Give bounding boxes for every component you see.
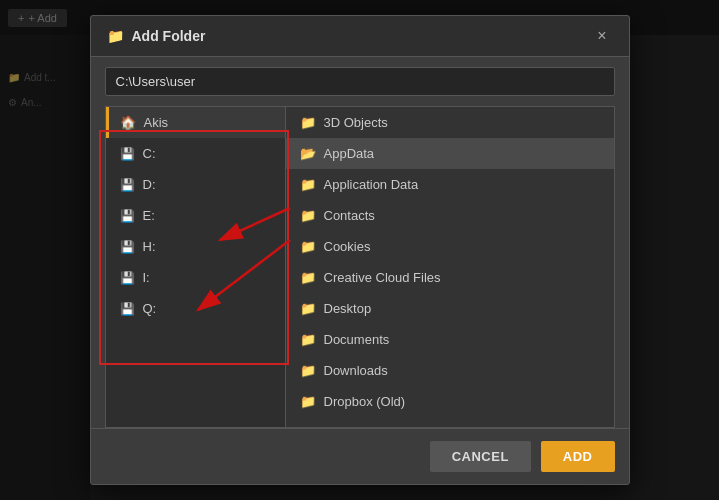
right-item-contacts[interactable]: 📁 Contacts — [286, 200, 614, 231]
left-panel: 🏠 Akis 💾 C: 💾 D: 💾 E: 💾 H: — [106, 107, 286, 427]
right-item-creativecloud-label: Creative Cloud Files — [324, 270, 441, 285]
right-item-appdata[interactable]: 📂 AppData — [286, 138, 614, 169]
folder-icon-applicationdata: 📁 — [300, 177, 316, 192]
right-item-dropbox[interactable]: 📁 Dropbox (Old) — [286, 386, 614, 417]
right-item-downloads-label: Downloads — [324, 363, 388, 378]
drive-icon-i: 💾 — [120, 271, 135, 285]
drive-icon-e: 💾 — [120, 209, 135, 223]
left-item-e[interactable]: 💾 E: — [106, 200, 285, 231]
folder-icon-desktop: 📁 — [300, 301, 316, 316]
modal-title: Add Folder — [132, 28, 206, 44]
drive-icon-h: 💾 — [120, 240, 135, 254]
left-item-d[interactable]: 💾 D: — [106, 169, 285, 200]
drive-icon-d: 💾 — [120, 178, 135, 192]
modal-path-bar — [91, 57, 629, 106]
drive-icon-q: 💾 — [120, 302, 135, 316]
right-item-documents-label: Documents — [324, 332, 390, 347]
right-item-contacts-label: Contacts — [324, 208, 375, 223]
right-item-3dobjects-label: 3D Objects — [324, 115, 388, 130]
folder-icon-3dobjects: 📁 — [300, 115, 316, 130]
right-item-desktop[interactable]: 📁 Desktop — [286, 293, 614, 324]
cancel-button[interactable]: CANCEL — [430, 441, 531, 472]
right-item-dropbox-label: Dropbox (Old) — [324, 394, 406, 409]
folder-icon-downloads: 📁 — [300, 363, 316, 378]
left-item-d-label: D: — [143, 177, 156, 192]
right-panel: 📁 3D Objects 📂 AppData 📁 Application Dat… — [286, 107, 614, 427]
modal-overlay: 📁 Add Folder × 🏠 Akis 💾 C: — [0, 0, 719, 500]
right-item-appdata-label: AppData — [324, 146, 375, 161]
right-item-applicationdata-label: Application Data — [324, 177, 419, 192]
left-item-q-label: Q: — [143, 301, 157, 316]
right-item-cookies[interactable]: 📁 Cookies — [286, 231, 614, 262]
folder-header-icon: 📁 — [107, 28, 124, 44]
left-item-i[interactable]: 💾 I: — [106, 262, 285, 293]
modal-header-left: 📁 Add Folder — [107, 28, 206, 44]
right-item-downloads[interactable]: 📁 Downloads — [286, 355, 614, 386]
folder-icon-cookies: 📁 — [300, 239, 316, 254]
left-item-c[interactable]: 💾 C: — [106, 138, 285, 169]
modal-header: 📁 Add Folder × — [91, 16, 629, 57]
path-input[interactable] — [105, 67, 615, 96]
left-item-c-label: C: — [143, 146, 156, 161]
folder-icon-documents: 📁 — [300, 332, 316, 347]
folder-icon-creativecloud: 📁 — [300, 270, 316, 285]
left-item-i-label: I: — [143, 270, 150, 285]
left-item-h[interactable]: 💾 H: — [106, 231, 285, 262]
right-item-cookies-label: Cookies — [324, 239, 371, 254]
right-item-creativecloud[interactable]: 📁 Creative Cloud Files — [286, 262, 614, 293]
right-item-3dobjects[interactable]: 📁 3D Objects — [286, 107, 614, 138]
right-item-desktop-label: Desktop — [324, 301, 372, 316]
add-button[interactable]: ADD — [541, 441, 615, 472]
left-item-q[interactable]: 💾 Q: — [106, 293, 285, 324]
close-button[interactable]: × — [591, 26, 612, 46]
left-item-akis-label: Akis — [144, 115, 169, 130]
drive-icon-c: 💾 — [120, 147, 135, 161]
right-item-applicationdata[interactable]: 📁 Application Data — [286, 169, 614, 200]
modal-footer: CANCEL ADD — [91, 428, 629, 484]
add-folder-modal: 📁 Add Folder × 🏠 Akis 💾 C: — [90, 15, 630, 485]
folder-icon-appdata: 📂 — [300, 146, 316, 161]
folder-icon-dropbox: 📁 — [300, 394, 316, 409]
left-item-e-label: E: — [143, 208, 155, 223]
modal-body: 🏠 Akis 💾 C: 💾 D: 💾 E: 💾 H: — [105, 106, 615, 428]
left-item-akis[interactable]: 🏠 Akis — [106, 107, 285, 138]
left-item-h-label: H: — [143, 239, 156, 254]
folder-icon-contacts: 📁 — [300, 208, 316, 223]
right-item-documents[interactable]: 📁 Documents — [286, 324, 614, 355]
home-icon: 🏠 — [120, 115, 136, 130]
